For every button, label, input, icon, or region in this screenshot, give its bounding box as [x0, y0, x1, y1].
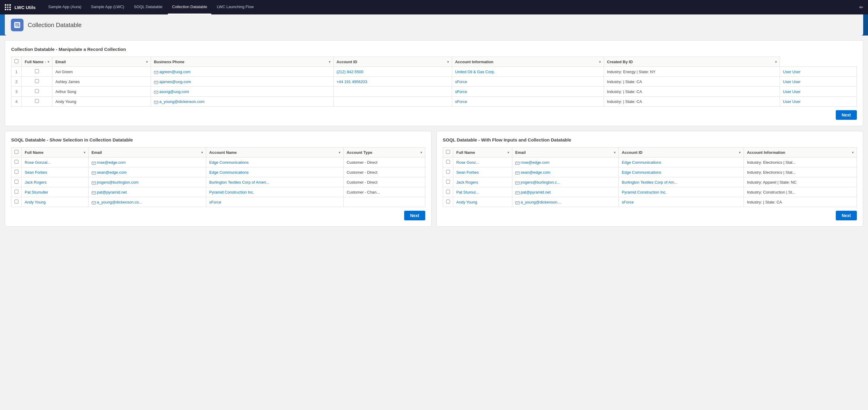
row-checkbox[interactable]: [446, 180, 450, 184]
email-icon: [92, 191, 96, 194]
email-link[interactable]: pat@pyramid.net: [97, 190, 127, 195]
left-col-account-type[interactable]: Account Type ▾: [344, 147, 425, 158]
soql-right-card: SOQL Datatable - With Flow Inputs and Co…: [436, 131, 863, 227]
right-col-account-info[interactable]: Account Information ▾: [744, 147, 857, 158]
email-link[interactable]: ajames@uog.com: [159, 79, 191, 84]
cell-account-info: Industry: | State: CA: [604, 97, 780, 107]
select-all-checkbox[interactable]: [14, 59, 19, 63]
col-created-by[interactable]: Created By ID ▾: [604, 57, 780, 67]
account-id-link[interactable]: Pyramid Construction Inc.: [622, 190, 667, 195]
row-checkbox-cell: [443, 187, 453, 197]
account-id-link[interactable]: United Oil & Gas Corp.: [455, 70, 495, 74]
account-id-link[interactable]: Burlington Textiles Corp of Am...: [622, 180, 678, 184]
left-col-account-name[interactable]: Account Name ▾: [206, 147, 344, 158]
phone-link[interactable]: +44 191 4956203: [337, 79, 367, 84]
email-link[interactable]: a_young@dickenson.com: [159, 99, 205, 104]
row-checkbox[interactable]: [14, 160, 19, 164]
cell-email: sean@edge.com: [88, 167, 206, 177]
account-id-link[interactable]: sForce: [622, 200, 634, 204]
row-checkbox[interactable]: [446, 160, 450, 164]
email-link[interactable]: a_young@dickenson....: [521, 200, 562, 204]
soql-left-title: SOQL Datatable - Show Selection in Colle…: [11, 137, 425, 142]
tab-soql-datatable[interactable]: SOQL Datatable: [130, 0, 167, 14]
row-checkbox[interactable]: [14, 200, 19, 204]
full-name-link[interactable]: Sean Forbes: [456, 170, 478, 175]
app-launcher-icon[interactable]: [5, 4, 11, 10]
left-col-full-name[interactable]: Full Name ▾: [22, 147, 89, 158]
row-checkbox[interactable]: [446, 200, 450, 204]
full-name-link[interactable]: Sean Forbes: [25, 170, 47, 175]
left-col-email[interactable]: Email ▾: [88, 147, 206, 158]
main-table: Full Name ↓ ▾ Email ▾: [11, 57, 857, 107]
tab-lwc-launching-flow[interactable]: LWC Launching Flow: [213, 0, 258, 14]
account-id-link[interactable]: sForce: [455, 99, 467, 104]
account-name-link[interactable]: Burlington Textiles Corp of Ameri...: [209, 180, 269, 184]
right-col-full-name[interactable]: Full Name ▾: [453, 147, 513, 158]
select-all-checkbox-left[interactable]: [14, 150, 19, 154]
email-link[interactable]: jrogers@burlington.com: [97, 180, 138, 184]
tab-sample-app-aura[interactable]: Sample App (Aura): [44, 0, 86, 14]
row-checkbox[interactable]: [35, 99, 39, 103]
cell-account-info: Industry: Energy | State: NY: [604, 67, 780, 77]
col-email[interactable]: Email ▾: [52, 57, 151, 67]
full-name-link[interactable]: Rose Gonzal...: [25, 160, 51, 165]
full-name-link[interactable]: Andy Young: [25, 200, 45, 204]
col-full-name[interactable]: Full Name ↓ ▾: [22, 57, 53, 67]
created-by-link[interactable]: User User: [783, 90, 801, 94]
soql-left-next-button[interactable]: Next: [404, 211, 425, 220]
full-name-link[interactable]: Pat Stumul...: [456, 190, 478, 195]
account-name-link[interactable]: Edge Communications: [209, 160, 249, 165]
account-id-link[interactable]: Edge Communications: [622, 170, 661, 175]
main-next-button[interactable]: Next: [836, 110, 857, 120]
row-checkbox[interactable]: [35, 89, 39, 93]
cell-phone: [333, 87, 452, 97]
email-link[interactable]: a_young@dickenson.co...: [97, 200, 142, 204]
row-checkbox[interactable]: [14, 170, 19, 174]
full-name-link[interactable]: Jack Rogers: [25, 180, 46, 184]
tab-collection-datatable[interactable]: Collection Datatable: [168, 0, 211, 14]
full-name-link[interactable]: Jack Rogers: [456, 180, 478, 184]
account-id-link[interactable]: Edge Communications: [622, 160, 661, 165]
row-checkbox[interactable]: [14, 180, 19, 184]
account-name-link[interactable]: Pyramid Construction Inc.: [209, 190, 254, 195]
right-col-account-id[interactable]: Account ID ▾: [619, 147, 744, 158]
created-by-link[interactable]: User User: [783, 79, 801, 84]
row-checkbox[interactable]: [35, 69, 39, 73]
email-link[interactable]: rose@edge.com: [97, 160, 126, 165]
col-business-phone[interactable]: Business Phone ▾: [151, 57, 333, 67]
cell-account-name: Burlington Textiles Corp of Ameri...: [206, 177, 344, 187]
created-by-link[interactable]: User User: [783, 99, 801, 104]
email-link[interactable]: asong@uog.com: [159, 90, 189, 94]
account-id-link[interactable]: sForce: [455, 79, 467, 84]
row-checkbox-cell: [11, 197, 22, 207]
full-name-link[interactable]: Pat Stumuller: [25, 190, 48, 195]
col-account-info[interactable]: Account Information ▾: [452, 57, 604, 67]
email-link[interactable]: sean@edge.com: [97, 170, 127, 175]
email-link[interactable]: sean@edge.com: [521, 170, 550, 175]
soql-right-next-button[interactable]: Next: [836, 211, 857, 220]
select-all-checkbox-right[interactable]: [446, 150, 450, 154]
col-account-id[interactable]: Account ID ▾: [333, 57, 452, 67]
full-name-link[interactable]: Andy Young: [456, 200, 477, 204]
row-checkbox[interactable]: [446, 190, 450, 194]
row-checkbox[interactable]: [14, 190, 19, 194]
email-link[interactable]: jrogers@burlington.c...: [521, 180, 560, 184]
email-link[interactable]: pat@pyramid.net: [521, 190, 551, 195]
phone-link[interactable]: (212) 842-5500: [337, 70, 364, 74]
created-by-link[interactable]: User User: [783, 70, 801, 74]
row-checkbox[interactable]: [35, 79, 39, 83]
full-name-link[interactable]: Rose Gonz...: [456, 160, 479, 165]
table-row: 3 Arthur Song asong@uog.com sForce Indus…: [11, 87, 857, 97]
email-link[interactable]: agreen@uog.com: [159, 70, 191, 74]
row-checkbox[interactable]: [446, 170, 450, 174]
account-id-link[interactable]: sForce: [455, 90, 467, 94]
account-name-link[interactable]: sForce: [209, 200, 221, 204]
email-link[interactable]: rose@edge.com: [521, 160, 550, 165]
right-col-email[interactable]: Email ▾: [512, 147, 618, 158]
edit-icon[interactable]: ✏: [859, 4, 863, 10]
tab-sample-app-lwc[interactable]: Sample App (LWC): [87, 0, 128, 14]
account-name-link[interactable]: Edge Communications: [209, 170, 249, 175]
cell-phone: (212) 842-5500: [333, 67, 452, 77]
cell-account-id: Edge Communications: [619, 167, 744, 177]
chevron-icon: ▾: [447, 60, 449, 64]
